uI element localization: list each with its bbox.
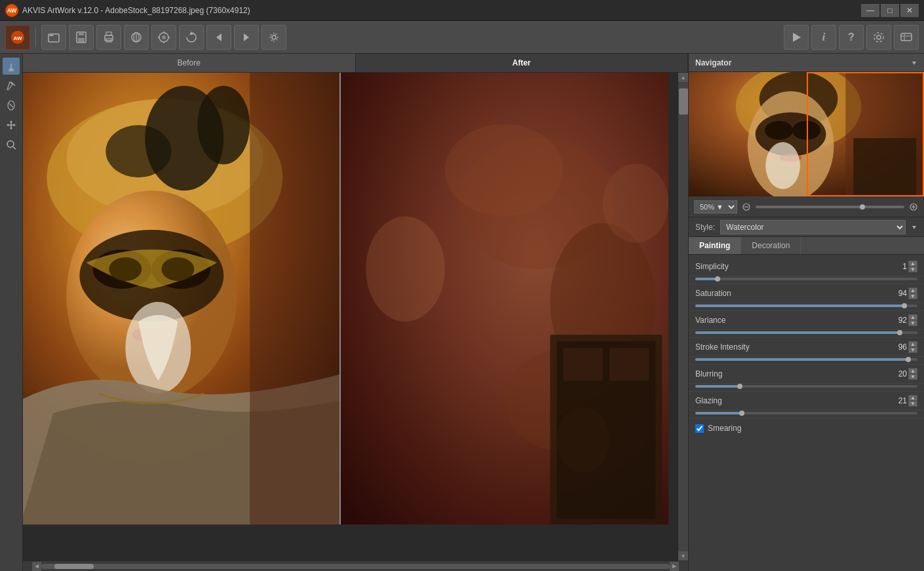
saturation-down[interactable]: ▼ (908, 293, 917, 299)
glazing-slider[interactable] (695, 412, 917, 414)
play-button[interactable] (784, 25, 809, 50)
canvas-viewport[interactable] (23, 73, 678, 561)
glazing-spinner[interactable]: ▲ ▼ (908, 395, 917, 407)
zoom-select[interactable]: 50% ▼ (694, 200, 737, 213)
after-tab[interactable]: After (356, 54, 689, 72)
horizontal-scrollbar[interactable]: ◀ ▶ (23, 561, 688, 571)
scroll-right-button[interactable]: ▶ (670, 562, 679, 571)
svg-marker-84 (912, 226, 916, 229)
painting-tab[interactable]: Painting (689, 237, 741, 254)
zoom-slider-thumb[interactable] (860, 204, 865, 210)
scroll-left-button[interactable]: ◀ (32, 562, 41, 571)
print-button[interactable] (96, 25, 121, 50)
svg-point-64 (556, 407, 609, 473)
blurring-value: 20 (884, 369, 907, 378)
glazing-slider-row (689, 411, 924, 418)
decoration-tab[interactable]: Decoration (741, 237, 801, 254)
stroke-intensity-value: 96 (884, 342, 907, 352)
preferences-button[interactable] (866, 25, 891, 50)
saturation-up[interactable]: ▲ (908, 287, 917, 293)
svg-line-33 (9, 103, 13, 107)
stroke-intensity-down[interactable]: ▼ (908, 347, 917, 353)
forward-icon (241, 31, 252, 43)
messages-button[interactable] (894, 25, 919, 50)
blurring-slider[interactable] (695, 385, 917, 388)
smearing-row: Smearing (689, 418, 924, 438)
zoom-icon (6, 139, 16, 150)
info-button[interactable]: i (811, 25, 836, 50)
close-button[interactable]: ✕ (900, 4, 919, 17)
help-button[interactable]: ? (839, 25, 864, 50)
variance-slider-row (689, 330, 924, 338)
stroke-intensity-spinner[interactable]: ▲ ▼ (908, 341, 917, 353)
eraser-tool[interactable] (3, 77, 20, 94)
pan-icon (6, 120, 16, 130)
save-file-button[interactable] (69, 25, 94, 50)
brush-tool[interactable] (3, 58, 20, 75)
glazing-down[interactable]: ▼ (908, 401, 917, 407)
simplicity-down[interactable]: ▼ (908, 267, 917, 272)
style-select[interactable]: Watercolor Oil Painting Pencil Sketch (720, 220, 906, 234)
smearing-label[interactable]: Smearing (708, 424, 741, 433)
settings-button[interactable] (261, 25, 286, 50)
variance-slider[interactable] (695, 331, 917, 334)
variance-down[interactable]: ▼ (908, 320, 917, 326)
variance-thumb[interactable] (897, 330, 902, 335)
maximize-button[interactable]: □ (881, 4, 899, 17)
saturation-spinner[interactable]: ▲ ▼ (908, 287, 917, 299)
play-icon (790, 31, 802, 43)
forward-button[interactable] (234, 25, 259, 50)
horizontal-scroll-thumb[interactable] (54, 564, 94, 569)
zoom-tool[interactable] (3, 136, 20, 153)
vertical-scrollbar[interactable]: ▲ ▼ (678, 73, 688, 561)
vertical-scroll-track[interactable] (678, 82, 689, 551)
stroke-intensity-up[interactable]: ▲ (908, 341, 917, 347)
pan-tool[interactable] (3, 117, 20, 134)
variance-value: 92 (884, 316, 907, 325)
zoom-in-button[interactable] (908, 202, 919, 212)
svg-rect-63 (609, 348, 649, 380)
canvas-wrapper (23, 73, 668, 525)
main-area: Before After (0, 54, 924, 571)
simplicity-slider[interactable] (695, 278, 917, 280)
blurring-down[interactable]: ▼ (908, 374, 917, 380)
glazing-thumb[interactable] (739, 411, 744, 416)
variance-up[interactable]: ▲ (908, 314, 917, 320)
simplicity-spinner[interactable]: ▲ ▼ (908, 261, 917, 272)
stroke-intensity-label: Stroke Intensity (695, 342, 884, 352)
app-icon: AW (5, 4, 18, 17)
share-button[interactable] (124, 25, 149, 50)
variance-spinner[interactable]: ▲ ▼ (908, 314, 917, 326)
smearing-checkbox[interactable] (695, 424, 704, 433)
saturation-thumb[interactable] (902, 303, 907, 308)
split-divider[interactable] (339, 73, 341, 525)
navigator-viewport-box[interactable] (807, 72, 925, 196)
horizontal-scroll-track[interactable] (41, 564, 670, 569)
simplicity-thumb[interactable] (715, 276, 720, 282)
toolbar-separator-1 (35, 28, 36, 47)
scroll-down-button[interactable]: ▼ (678, 551, 689, 561)
stroke-intensity-slider[interactable] (695, 358, 917, 361)
zoom-slider-track[interactable] (756, 206, 904, 208)
blurring-up[interactable]: ▲ (908, 368, 917, 374)
saturation-slider[interactable] (695, 304, 917, 307)
akvis-logo-button[interactable]: AW (5, 25, 30, 50)
preferences-icon (872, 30, 886, 45)
process-photo-button[interactable] (151, 25, 176, 50)
vertical-scroll-thumb[interactable] (679, 88, 688, 115)
stroke-intensity-thumb[interactable] (906, 357, 911, 362)
blurring-spinner[interactable]: ▲ ▼ (908, 368, 917, 380)
scroll-up-button[interactable]: ▲ (678, 73, 689, 82)
zoom-out-button[interactable] (741, 202, 752, 212)
open-file-button[interactable] (41, 25, 66, 50)
glazing-up[interactable]: ▲ (908, 395, 917, 401)
svg-point-13 (162, 35, 166, 39)
apply-effect-button[interactable] (179, 25, 204, 50)
share-icon (129, 30, 144, 45)
before-tab[interactable]: Before (23, 54, 356, 72)
back-button[interactable] (206, 25, 231, 50)
smudge-tool[interactable] (3, 97, 20, 114)
minimize-button[interactable]: — (861, 4, 879, 17)
blurring-thumb[interactable] (737, 384, 742, 389)
simplicity-up[interactable]: ▲ (908, 261, 917, 267)
